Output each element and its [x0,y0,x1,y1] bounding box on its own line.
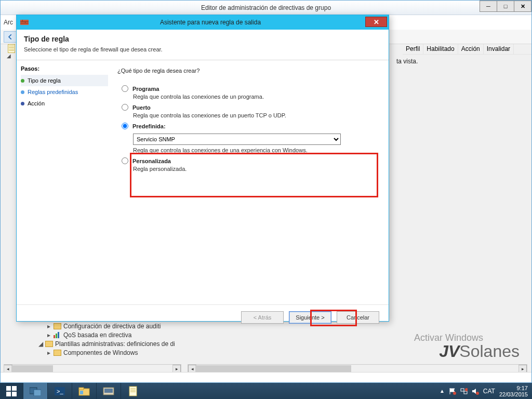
taskbar-explorer[interactable] [72,383,96,399]
flag-icon[interactable] [449,388,456,395]
svg-point-28 [465,388,468,391]
svg-rect-4 [20,21,29,22]
statusbar [1,372,531,382]
taskbar-app[interactable] [97,383,121,399]
back-button[interactable] [4,31,17,43]
folder-icon [45,341,53,347]
scroll-thumb[interactable] [195,365,351,372]
powershell-icon: >_ [54,387,65,396]
file-explorer-icon [78,387,90,396]
volume-icon[interactable] [472,388,479,395]
tray-overflow-button[interactable]: ▲ [440,388,445,394]
radio-port[interactable] [122,104,128,111]
wizard-close-button[interactable]: ✕ [365,17,387,27]
form-question: ¿Qué tipo de regla desea crear? [117,68,379,74]
svg-rect-8 [6,386,11,391]
wizard-titlebar[interactable]: Asistente para nueva regla de salida ✕ [17,15,389,30]
column-header[interactable]: Perfil [403,44,423,54]
column-header[interactable]: Acción [458,44,484,54]
wizard-header: Tipo de regla Seleccione el tipo de regl… [17,30,389,57]
svg-text:>_: >_ [57,388,63,394]
option-program: Programa Regla que controla las conexion… [122,85,379,100]
taskbar-notepad[interactable] [121,383,145,399]
maximize-button[interactable]: □ [497,1,514,12]
document-icon [8,44,15,53]
svg-rect-13 [34,390,41,396]
collapse-caret-icon[interactable]: ◢ [38,340,43,348]
scroll-right-button[interactable]: ▸ [172,365,181,373]
step-rule-type[interactable]: Tipo de regla [21,75,108,86]
folder-icon [54,350,61,356]
svg-rect-26 [461,389,464,391]
cancel-button[interactable]: Cancelar [337,311,379,324]
back-button: < Atrás [241,311,284,324]
tree-row[interactable]: ▸Componentes de Windows [34,348,175,357]
steps-label: Pasos: [21,65,108,72]
svg-rect-6 [22,20,23,21]
option-predefined: Predefinida: Servicio SNMP Regla que con… [122,123,379,153]
svg-rect-20 [104,389,113,393]
minimize-button[interactable]: ─ [480,1,497,12]
taskbar-server-manager[interactable] [23,383,47,399]
arrow-left-icon [7,33,14,41]
svg-rect-1 [56,334,57,338]
svg-rect-2 [58,332,59,338]
system-tray: ▲ CAT 9:17 22/03/2015 [435,383,532,399]
radio-custom[interactable] [122,157,128,164]
expand-caret-icon[interactable]: ▸ [46,331,51,339]
windows-logo-icon [6,386,17,396]
outbound-rule-wizard: Asistente para nueva regla de salida ✕ T… [16,15,389,322]
expand-caret-icon[interactable]: ▸ [46,349,51,356]
svg-rect-0 [54,335,55,338]
scroll-thumb[interactable] [11,365,53,372]
language-indicator[interactable]: CAT [483,388,495,395]
column-header[interactable]: Invalidar [484,44,514,54]
start-button[interactable] [0,383,23,399]
next-button[interactable]: Siguiente > [289,311,331,324]
firewall-icon [20,18,29,27]
close-button[interactable]: ✕ [514,1,531,12]
radio-program[interactable] [122,85,128,92]
wizard-steps-panel: Pasos: Tipo de regla Reglas predefinidas… [17,60,112,304]
tree-collapse-caret[interactable]: ◢ [7,53,11,59]
brand-watermark: JVSolanes [439,342,520,361]
predefined-select[interactable]: Servicio SNMP [133,134,341,145]
wizard-form: ¿Qué tipo de regla desea crear? Programa… [112,60,389,304]
scroll-right-button[interactable]: ▸ [518,365,527,373]
taskbar: >_ ▲ CAT 9:17 22/03/2015 [0,383,532,399]
svg-rect-5 [20,23,29,23]
console-icon [103,387,114,396]
svg-rect-27 [464,391,467,394]
wizard-subheading: Seleccione el tipo de regla de firewall … [24,46,381,52]
server-manager-icon [30,387,41,396]
option-custom: Personalizada Regla personalizada. [122,157,379,172]
listview-text-fragment: ta vista. [396,58,418,65]
step-action[interactable]: Acción [21,98,108,109]
menu-file[interactable]: Arc [4,19,13,26]
wizard-footer: < Atrás Siguiente > Cancelar [17,304,389,329]
qos-icon [54,332,61,338]
listview-headers: Perfil Habilitado Acción Invalidar [403,44,531,55]
taskbar-clock[interactable]: 9:17 22/03/2015 [499,385,528,397]
taskbar-powershell[interactable]: >_ [48,383,72,399]
svg-point-25 [453,392,456,395]
svg-rect-7 [25,21,25,23]
wizard-title: Asistente para nueva regla de salida [32,19,389,26]
svg-rect-11 [12,392,17,396]
svg-rect-3 [20,20,29,25]
parent-window-title: Editor de administración de directivas d… [1,4,531,11]
wizard-heading: Tipo de regla [24,35,381,43]
radio-predefined[interactable] [122,123,128,129]
svg-rect-21 [129,387,137,396]
network-icon[interactable] [460,388,468,395]
tree-row[interactable]: ▸QoS basada en directiva [34,330,175,339]
parent-titlebar[interactable]: Editor de administración de directivas d… [1,1,531,15]
svg-rect-10 [6,392,11,396]
option-port: Puerto Regla que controla las conexiones… [122,104,379,118]
column-header[interactable]: Habilitado [423,44,458,54]
svg-rect-9 [12,386,17,391]
svg-point-29 [476,392,479,395]
step-predefined-rules[interactable]: Reglas predefinidas [21,86,108,98]
svg-rect-17 [79,388,84,390]
tree-row[interactable]: ◢Plantillas administrativas: definicione… [34,339,175,348]
